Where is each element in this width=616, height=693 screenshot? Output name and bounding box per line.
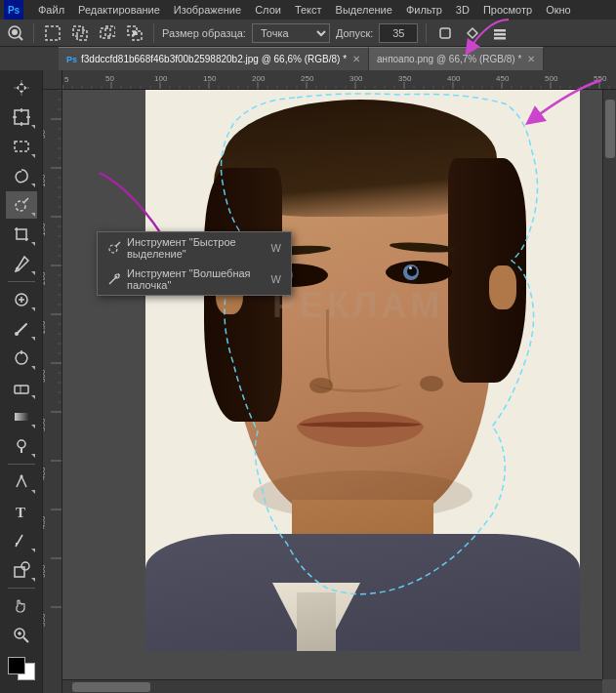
svg-line-22 (24, 198, 28, 202)
tab-secondary-label: анпоапо.png @ 66,7% (RGB/8) * (377, 54, 521, 64)
menu-bar: Ps Файл Редактирование Изображение Слои … (0, 0, 616, 20)
tab-secondary-close[interactable]: ✕ (527, 54, 535, 64)
svg-text:150: 150 (43, 223, 47, 236)
magic-wand-tool-icon (107, 271, 121, 287)
svg-text:550: 550 (594, 74, 607, 83)
separator-1 (33, 23, 34, 43)
tool-gradient[interactable] (6, 403, 37, 430)
svg-rect-31 (15, 413, 28, 421)
tool-magic-wand-shortcut: W (271, 273, 281, 285)
tool-marquee-rect[interactable] (6, 133, 37, 160)
tab-secondary[interactable]: анпоапо.png @ 66,7% (RGB/8) * ✕ (369, 47, 544, 70)
menu-view[interactable]: Просмотр (480, 4, 535, 16)
tool-text[interactable]: T (6, 498, 37, 525)
scrollbar-horizontal[interactable] (62, 679, 602, 693)
tool-move[interactable] (6, 74, 37, 102)
menu-file[interactable]: Файл (35, 4, 67, 16)
toolbar-sep-2 (8, 464, 35, 465)
svg-rect-11 (440, 28, 450, 38)
canvas-area: 5 50 100 150 200 250 300 350 400 450 (43, 70, 616, 693)
svg-text:450: 450 (43, 515, 47, 529)
scrollbar-vertical[interactable] (602, 90, 616, 679)
svg-point-21 (16, 201, 25, 211)
selection-new-btn[interactable] (42, 22, 63, 44)
scrollbar-h-thumb[interactable] (72, 682, 150, 692)
tool-artboard[interactable] (6, 103, 37, 131)
tool-context-menu: Инструмент "Быстрое выделение" W Инструм… (97, 231, 292, 296)
svg-line-39 (23, 637, 28, 642)
tab-ps-icon: Ps (66, 55, 77, 64)
menu-filter[interactable]: Фильтр (403, 4, 445, 16)
svg-text:450: 450 (496, 74, 510, 83)
separator-2 (153, 23, 154, 43)
menu-text[interactable]: Текст (292, 4, 325, 16)
menu-select[interactable]: Выделение (333, 4, 395, 16)
svg-rect-14 (494, 37, 506, 40)
svg-point-37 (21, 562, 29, 570)
svg-text:250: 250 (301, 74, 314, 83)
tool-path-select[interactable] (6, 527, 37, 554)
tool-eyedropper[interactable] (6, 250, 37, 277)
tool-quick-select-shortcut: W (271, 242, 281, 254)
menu-window[interactable]: Окно (543, 4, 574, 16)
svg-text:350: 350 (43, 418, 47, 431)
document-canvas[interactable]: РЕКЛАМ (145, 90, 580, 651)
svg-text:300: 300 (43, 369, 47, 383)
svg-rect-12 (494, 29, 506, 32)
tolerance-input[interactable] (379, 23, 418, 43)
tool-menu-magic-wand[interactable]: Инструмент "Волшебная палочка" W (98, 264, 291, 295)
separator-3 (426, 23, 427, 43)
sample-size-dropdown[interactable]: Точка (252, 23, 330, 43)
selection-add-btn[interactable] (69, 22, 91, 44)
tool-eraser[interactable] (6, 374, 37, 401)
selection-intersect-btn[interactable] (124, 22, 145, 44)
tool-pen[interactable] (6, 469, 37, 496)
ruler-corner (43, 70, 62, 90)
app-logo: Ps (4, 0, 23, 20)
workspace: T 5 (0, 70, 616, 693)
ruler-h-svg: 5 50 100 150 200 250 300 350 400 450 (62, 70, 616, 90)
svg-rect-3 (46, 26, 60, 40)
svg-text:5: 5 (64, 75, 69, 84)
left-toolbar: T (0, 70, 43, 693)
tool-menu-quick-select[interactable]: Инструмент "Быстрое выделение" W (98, 232, 291, 264)
menu-layers[interactable]: Слои (252, 4, 284, 16)
svg-text:200: 200 (252, 74, 266, 83)
tool-crop[interactable] (6, 221, 37, 248)
menu-image[interactable]: Изображение (171, 4, 244, 16)
tool-quick-select[interactable] (6, 191, 37, 219)
tool-hand[interactable] (6, 592, 37, 620)
svg-text:T: T (16, 505, 25, 520)
svg-text:500: 500 (545, 74, 558, 83)
tool-brush[interactable] (6, 315, 37, 343)
fg-color-swatch[interactable] (8, 657, 25, 674)
svg-text:400: 400 (447, 74, 461, 83)
svg-text:50: 50 (43, 130, 47, 139)
tool-lasso[interactable] (6, 162, 37, 189)
tool-clone[interactable] (6, 345, 37, 372)
svg-text:50: 50 (105, 74, 114, 83)
antialiasing-btn[interactable] (434, 22, 456, 44)
svg-rect-4 (73, 26, 83, 36)
sample-all-layers-btn[interactable] (489, 22, 511, 44)
options-bar: Размер образца: Точка Допуск: (0, 20, 616, 47)
contiguous-btn[interactable] (462, 22, 483, 44)
svg-point-23 (16, 267, 19, 270)
scrollbar-v-thumb[interactable] (605, 100, 615, 158)
tool-heal[interactable] (6, 286, 37, 313)
tab-active-close[interactable]: ✕ (352, 54, 360, 64)
selection-subtract-btn[interactable] (97, 22, 118, 44)
tabs-bar: Ps f3ddccfd81b668f46b3f00b2598820b2.jpg … (0, 47, 616, 70)
menu-edit[interactable]: Редактирование (75, 4, 163, 16)
tool-zoom[interactable] (6, 622, 37, 649)
color-swatches[interactable] (6, 655, 37, 682)
menu-3d[interactable]: 3D (453, 4, 472, 16)
svg-point-27 (15, 332, 19, 336)
tool-dodge[interactable] (6, 432, 37, 460)
tool-quick-select-label: Инструмент "Быстрое выделение" (127, 236, 266, 260)
sample-size-label: Размер образца: (162, 27, 246, 39)
tab-active[interactable]: Ps f3ddccfd81b668f46b3f00b2598820b2.jpg … (59, 47, 369, 70)
tool-shapes[interactable] (6, 556, 37, 584)
svg-point-1 (12, 29, 18, 35)
svg-rect-5 (77, 30, 87, 40)
